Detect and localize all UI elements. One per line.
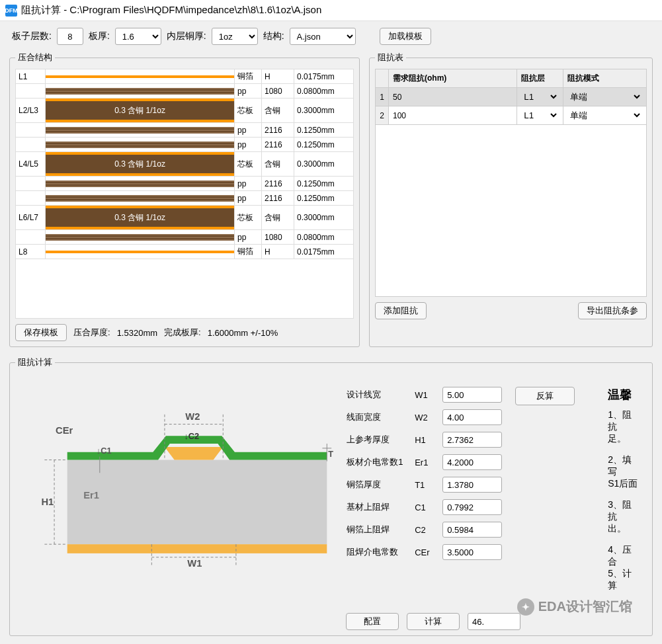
stack-thickness: 0.1250mm [294, 191, 354, 206]
stack-layer-name [16, 230, 46, 245]
stack-thickness: 0.0175mm [294, 69, 354, 84]
layers-input[interactable] [57, 28, 83, 45]
stack-material: 芯板 [235, 206, 262, 230]
top-toolbar: 板子层数: 板厚: 1.6 内层铜厚: 1oz 结构: A.json 加载模板 [0, 21, 662, 52]
save-template-button[interactable]: 保存模板 [15, 324, 67, 341]
stack-type: 1080 [261, 84, 294, 99]
imp-req[interactable]: 100 [389, 106, 517, 125]
param-input-C2[interactable] [442, 522, 502, 538]
impedance-table: 需求阻抗(ohm) 阻抗层 阻抗模式 150L1单端2100L1单端 [375, 69, 647, 125]
stack-layer-name: L4/L5 [16, 152, 46, 177]
imp-header-corner [376, 69, 389, 88]
param-input-W2[interactable] [442, 409, 502, 425]
stack-material: pp [235, 177, 262, 191]
param-symbol: T1 [415, 480, 437, 490]
stack-type: H [261, 245, 294, 259]
param-row: 设计线宽W1 [347, 387, 502, 403]
stack-row[interactable]: pp21160.1250mm [16, 138, 354, 152]
reverse-calc-button[interactable]: 反算 [515, 387, 575, 405]
impedance-row[interactable]: 2100L1单端 [376, 106, 647, 125]
compute-button[interactable]: 计算 [407, 613, 460, 630]
tips-panel: 温馨 1、阻抗 足。2、填写 S1后面3、阻抗 出。4、压合 5、计算 [608, 387, 640, 601]
imp-layer-cell[interactable]: L1 [517, 88, 563, 106]
imp-layer-select[interactable]: L1 [521, 110, 559, 121]
stack-row[interactable]: pp21160.1250mm [16, 177, 354, 191]
load-template-button[interactable]: 加载模板 [380, 28, 431, 45]
wechat-icon: ✦ [517, 598, 534, 616]
stack-type: 含铜 [261, 152, 294, 177]
stack-thickness: 0.1250mm [294, 138, 354, 152]
imp-mode-cell[interactable]: 单端 [563, 88, 647, 106]
stack-row[interactable]: L4/L50.3 含铜 1/1oz芯板含铜0.3000mm [16, 152, 354, 177]
add-impedance-button[interactable]: 添加阻抗 [375, 302, 427, 319]
export-impedance-button[interactable]: 导出阻抗条参 [578, 302, 647, 319]
impedance-diagram: W2 ↓C2 CEr ↓C1 T1 H1 Er1 W1 [22, 387, 333, 572]
impedance-row[interactable]: 150L1单端 [376, 88, 647, 106]
stackup-panel: 压合结构 L1铜箔H0.0175mmpp10800.0800mmL2/L30.3… [9, 52, 360, 347]
stack-layer-name [16, 84, 46, 99]
stack-type: 含铜 [261, 99, 294, 123]
stack-layer-name [16, 123, 46, 138]
param-row: 上参考厚度H1 [347, 432, 502, 448]
imp-mode-select[interactable]: 单端 [567, 91, 642, 102]
stack-row[interactable]: L1铜箔H0.0175mm [16, 69, 354, 84]
param-input-T1[interactable] [442, 477, 502, 493]
stack-row[interactable]: pp10800.0800mm [16, 230, 354, 245]
stack-layer-name: L1 [16, 69, 46, 84]
stack-row[interactable]: L8铜箔H0.0175mm [16, 245, 354, 259]
param-input-CEr[interactable] [442, 544, 502, 560]
stack-row[interactable]: pp10800.0800mm [16, 84, 354, 99]
thickness-label: 板厚: [89, 30, 110, 42]
param-symbol: C1 [415, 503, 437, 512]
param-symbol: Er1 [415, 458, 437, 467]
stack-thickness: 0.3000mm [294, 206, 354, 230]
param-input-H1[interactable] [442, 432, 502, 448]
stack-layer-visual [45, 123, 234, 138]
stack-layer-visual: 0.3 含铜 1/1oz [45, 99, 234, 123]
param-input-Er1[interactable] [442, 454, 502, 470]
calc-panel: 阻抗计算 [9, 356, 653, 636]
param-symbol: W1 [415, 390, 437, 400]
imp-row-num: 2 [376, 106, 389, 125]
param-input-W1[interactable] [442, 387, 502, 403]
param-input-C1[interactable] [442, 499, 502, 515]
stack-layer-name: L8 [16, 245, 46, 259]
imp-layer-select[interactable]: L1 [521, 91, 559, 102]
stack-thickness: 0.1250mm [294, 177, 354, 191]
layers-label: 板子层数: [12, 30, 52, 42]
imp-req[interactable]: 50 [389, 88, 517, 106]
window-title: 阻抗计算 - C:\Program Files\HQDFM\impedance\… [21, 4, 321, 17]
inner-cu-select[interactable]: 1oz [212, 28, 258, 45]
thickness-select[interactable]: 1.6 [115, 28, 161, 45]
stack-row[interactable]: L6/L70.3 含铜 1/1oz芯板含铜0.3000mm [16, 206, 354, 230]
result-value: 46. [468, 613, 520, 630]
stack-type: 2116 [261, 177, 294, 191]
struct-select[interactable]: A.json [290, 28, 356, 45]
imp-layer-cell[interactable]: L1 [517, 106, 563, 125]
config-button[interactable]: 配置 [346, 613, 399, 630]
param-name: 板材介电常数1 [347, 456, 409, 468]
impedance-panel: 阻抗表 需求阻抗(ohm) 阻抗层 阻抗模式 150L1单端2100L1单端 添… [369, 52, 653, 347]
inner-cu-label: 内层铜厚: [167, 30, 206, 42]
param-name: 上参考厚度 [347, 434, 409, 446]
param-symbol: CEr [415, 547, 437, 557]
svg-rect-1 [67, 544, 327, 553]
stack-row[interactable]: L2/L30.3 含铜 1/1oz芯板含铜0.3000mm [16, 99, 354, 123]
param-name: 铜箔上阻焊 [347, 524, 409, 536]
imp-header-layer: 阻抗层 [517, 69, 563, 88]
stack-thick-value: 1.5320mm [117, 328, 157, 338]
stack-layer-visual: 0.3 含铜 1/1oz [45, 206, 234, 230]
param-symbol: H1 [415, 435, 437, 445]
stack-material: 芯板 [235, 99, 262, 123]
stack-material: 铜箔 [235, 245, 262, 259]
stack-layer-visual [45, 69, 234, 84]
stack-row[interactable]: pp21160.1250mm [16, 123, 354, 138]
param-list: 设计线宽W1线面宽度W2上参考厚度H1板材介电常数1Er1铜箔厚度T1基材上阻焊… [347, 387, 502, 601]
struct-label: 结构: [263, 30, 284, 42]
imp-mode-select[interactable]: 单端 [567, 110, 642, 121]
imp-mode-cell[interactable]: 单端 [563, 106, 647, 125]
param-name: 基材上阻焊 [347, 501, 409, 513]
stack-row[interactable]: pp21160.1250mm [16, 191, 354, 206]
stack-thickness: 0.3000mm [294, 152, 354, 177]
param-name: 阻焊介电常数 [347, 546, 409, 558]
